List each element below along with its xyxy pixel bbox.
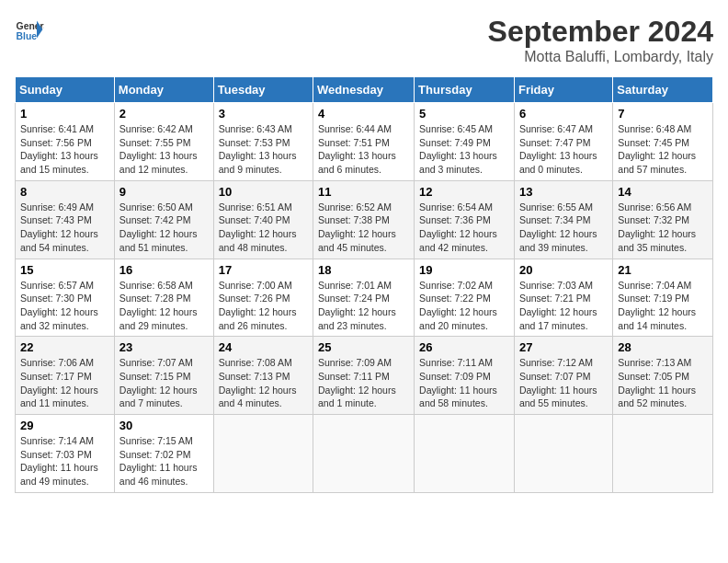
day-cell: 23Sunrise: 7:07 AM Sunset: 7:15 PM Dayli… (114, 337, 213, 415)
calendar-body: 1Sunrise: 6:41 AM Sunset: 7:56 PM Daylig… (16, 103, 713, 493)
day-info: Sunrise: 7:09 AM Sunset: 7:11 PM Dayligh… (318, 356, 409, 410)
day-cell: 12Sunrise: 6:54 AM Sunset: 7:36 PM Dayli… (415, 180, 515, 259)
day-cell: 30Sunrise: 7:15 AM Sunset: 7:02 PM Dayli… (114, 415, 213, 493)
day-cell: 6Sunrise: 6:47 AM Sunset: 7:47 PM Daylig… (514, 103, 612, 181)
day-number: 16 (119, 263, 209, 277)
day-cell: 18Sunrise: 7:01 AM Sunset: 7:24 PM Dayli… (313, 259, 415, 337)
column-header-monday: Monday (114, 77, 213, 103)
day-cell (514, 415, 612, 493)
day-number: 5 (419, 107, 509, 121)
day-info: Sunrise: 7:12 AM Sunset: 7:07 PM Dayligh… (519, 356, 608, 410)
week-row-5: 29Sunrise: 7:14 AM Sunset: 7:03 PM Dayli… (16, 415, 713, 493)
day-cell: 3Sunrise: 6:43 AM Sunset: 7:53 PM Daylig… (213, 103, 313, 181)
day-number: 7 (618, 107, 708, 121)
day-info: Sunrise: 6:57 AM Sunset: 7:30 PM Dayligh… (20, 279, 109, 333)
day-number: 30 (119, 419, 209, 432)
day-number: 17 (219, 263, 308, 277)
day-number: 22 (20, 340, 109, 354)
day-info: Sunrise: 6:52 AM Sunset: 7:38 PM Dayligh… (318, 201, 409, 255)
location-title: Motta Baluffi, Lombardy, Italy (488, 49, 713, 65)
day-number: 13 (519, 185, 608, 199)
day-info: Sunrise: 7:03 AM Sunset: 7:21 PM Dayligh… (519, 279, 608, 333)
day-cell: 25Sunrise: 7:09 AM Sunset: 7:11 PM Dayli… (313, 337, 415, 415)
day-cell: 8Sunrise: 6:49 AM Sunset: 7:43 PM Daylig… (16, 180, 115, 259)
title-area: September 2024 Motta Baluffi, Lombardy, … (488, 15, 713, 65)
column-header-saturday: Saturday (613, 77, 713, 103)
day-info: Sunrise: 7:02 AM Sunset: 7:22 PM Dayligh… (419, 279, 509, 333)
day-number: 26 (419, 340, 509, 354)
day-number: 11 (318, 185, 409, 199)
calendar-header-row: SundayMondayTuesdayWednesdayThursdayFrid… (16, 77, 713, 103)
day-cell: 10Sunrise: 6:51 AM Sunset: 7:40 PM Dayli… (213, 180, 313, 259)
day-number: 19 (419, 263, 509, 277)
day-info: Sunrise: 6:56 AM Sunset: 7:32 PM Dayligh… (618, 201, 708, 255)
day-info: Sunrise: 6:47 AM Sunset: 7:47 PM Dayligh… (519, 122, 608, 177)
day-number: 27 (519, 340, 608, 354)
column-header-wednesday: Wednesday (313, 77, 415, 103)
day-cell: 29Sunrise: 7:14 AM Sunset: 7:03 PM Dayli… (16, 415, 115, 493)
day-cell: 26Sunrise: 7:11 AM Sunset: 7:09 PM Dayli… (415, 337, 515, 415)
day-info: Sunrise: 6:43 AM Sunset: 7:53 PM Dayligh… (219, 122, 308, 177)
column-header-sunday: Sunday (16, 77, 115, 103)
day-cell: 19Sunrise: 7:02 AM Sunset: 7:22 PM Dayli… (415, 259, 515, 337)
day-cell: 4Sunrise: 6:44 AM Sunset: 7:51 PM Daylig… (313, 103, 415, 181)
day-info: Sunrise: 6:45 AM Sunset: 7:49 PM Dayligh… (419, 122, 509, 177)
day-number: 6 (519, 107, 608, 121)
day-number: 1 (20, 107, 109, 121)
day-info: Sunrise: 7:04 AM Sunset: 7:19 PM Dayligh… (618, 279, 708, 333)
month-title: September 2024 (488, 15, 713, 49)
week-row-3: 15Sunrise: 6:57 AM Sunset: 7:30 PM Dayli… (16, 259, 713, 337)
day-cell: 5Sunrise: 6:45 AM Sunset: 7:49 PM Daylig… (415, 103, 515, 181)
day-cell: 14Sunrise: 6:56 AM Sunset: 7:32 PM Dayli… (613, 180, 713, 259)
day-cell: 22Sunrise: 7:06 AM Sunset: 7:17 PM Dayli… (16, 337, 115, 415)
day-number: 14 (618, 185, 708, 199)
day-number: 23 (119, 340, 209, 354)
week-row-4: 22Sunrise: 7:06 AM Sunset: 7:17 PM Dayli… (16, 337, 713, 415)
day-cell: 28Sunrise: 7:13 AM Sunset: 7:05 PM Dayli… (613, 337, 713, 415)
header: General Blue September 2024 Motta Baluff… (15, 15, 713, 65)
day-cell (613, 415, 713, 493)
day-cell: 20Sunrise: 7:03 AM Sunset: 7:21 PM Dayli… (514, 259, 612, 337)
svg-text:Blue: Blue (17, 31, 38, 41)
day-info: Sunrise: 7:11 AM Sunset: 7:09 PM Dayligh… (419, 356, 509, 410)
logo: General Blue (15, 15, 44, 44)
day-info: Sunrise: 6:42 AM Sunset: 7:55 PM Dayligh… (119, 122, 209, 177)
day-number: 28 (618, 340, 708, 354)
day-info: Sunrise: 6:58 AM Sunset: 7:28 PM Dayligh… (119, 279, 209, 333)
day-number: 20 (519, 263, 608, 277)
day-cell (213, 415, 313, 493)
day-number: 29 (20, 419, 109, 432)
day-number: 12 (419, 185, 509, 199)
day-info: Sunrise: 6:44 AM Sunset: 7:51 PM Dayligh… (318, 122, 409, 177)
day-info: Sunrise: 7:07 AM Sunset: 7:15 PM Dayligh… (119, 356, 209, 410)
day-cell: 16Sunrise: 6:58 AM Sunset: 7:28 PM Dayli… (114, 259, 213, 337)
day-cell: 13Sunrise: 6:55 AM Sunset: 7:34 PM Dayli… (514, 180, 612, 259)
day-cell (415, 415, 515, 493)
day-info: Sunrise: 7:13 AM Sunset: 7:05 PM Dayligh… (618, 356, 708, 410)
calendar-table: SundayMondayTuesdayWednesdayThursdayFrid… (15, 76, 713, 493)
day-cell: 11Sunrise: 6:52 AM Sunset: 7:38 PM Dayli… (313, 180, 415, 259)
logo-icon: General Blue (15, 15, 44, 44)
day-number: 15 (20, 263, 109, 277)
day-cell: 27Sunrise: 7:12 AM Sunset: 7:07 PM Dayli… (514, 337, 612, 415)
day-info: Sunrise: 6:50 AM Sunset: 7:42 PM Dayligh… (119, 201, 209, 255)
day-cell: 1Sunrise: 6:41 AM Sunset: 7:56 PM Daylig… (16, 103, 115, 181)
day-cell: 15Sunrise: 6:57 AM Sunset: 7:30 PM Dayli… (16, 259, 115, 337)
day-info: Sunrise: 6:41 AM Sunset: 7:56 PM Dayligh… (20, 122, 109, 177)
week-row-2: 8Sunrise: 6:49 AM Sunset: 7:43 PM Daylig… (16, 180, 713, 259)
day-number: 2 (119, 107, 209, 121)
day-number: 10 (219, 185, 308, 199)
day-cell: 7Sunrise: 6:48 AM Sunset: 7:45 PM Daylig… (613, 103, 713, 181)
day-info: Sunrise: 7:06 AM Sunset: 7:17 PM Dayligh… (20, 356, 109, 410)
day-cell: 21Sunrise: 7:04 AM Sunset: 7:19 PM Dayli… (613, 259, 713, 337)
day-info: Sunrise: 6:54 AM Sunset: 7:36 PM Dayligh… (419, 201, 509, 255)
day-number: 3 (219, 107, 308, 121)
day-info: Sunrise: 6:55 AM Sunset: 7:34 PM Dayligh… (519, 201, 608, 255)
day-info: Sunrise: 7:01 AM Sunset: 7:24 PM Dayligh… (318, 279, 409, 333)
day-number: 21 (618, 263, 708, 277)
day-info: Sunrise: 6:51 AM Sunset: 7:40 PM Dayligh… (219, 201, 308, 255)
day-info: Sunrise: 7:15 AM Sunset: 7:02 PM Dayligh… (119, 434, 209, 488)
day-cell: 24Sunrise: 7:08 AM Sunset: 7:13 PM Dayli… (213, 337, 313, 415)
day-info: Sunrise: 7:14 AM Sunset: 7:03 PM Dayligh… (20, 434, 109, 488)
day-cell: 2Sunrise: 6:42 AM Sunset: 7:55 PM Daylig… (114, 103, 213, 181)
